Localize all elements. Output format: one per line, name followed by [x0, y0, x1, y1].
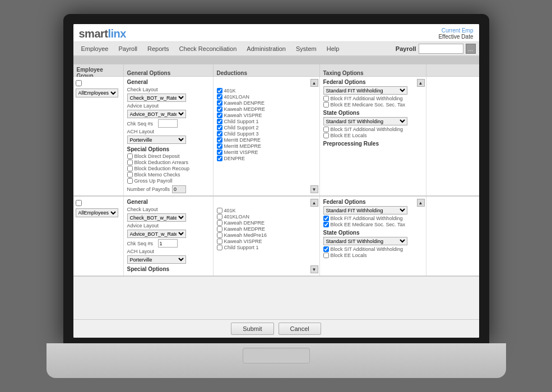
ach-layout-select-1[interactable]: Porterville [127, 136, 186, 144]
block-ee-medicare-cb-1[interactable] [323, 102, 329, 108]
num-payrolls-input-1[interactable] [172, 185, 186, 193]
ded-child-support-2-cb-1[interactable] [217, 125, 222, 130]
block-ee-locals-2: Block EE Locals [323, 253, 423, 258]
block-ee-locals-cb-2[interactable] [323, 253, 329, 258]
laptop-trackpad [243, 348, 310, 363]
ded-denpre-cb-1[interactable] [217, 156, 222, 161]
chk-seq-label-2: Chk Seq #s [127, 241, 158, 246]
scroll-area[interactable]: AllEmployees General Check Layout [73, 77, 479, 319]
ded-merritt-medpre-1: Merritt MEDPRE [217, 143, 316, 149]
block-ee-locals-1: Block EE Locals [323, 133, 423, 138]
ded-kaweah-medpre16-cb-2[interactable] [217, 232, 222, 238]
emp-group-checkbox-2[interactable] [76, 200, 82, 206]
ded-401k-label-2: 401K [224, 208, 236, 213]
federal-select-1[interactable]: Standard FIT Withholding [323, 86, 407, 95]
emp-group-select-2[interactable]: AllEmployees [76, 208, 118, 217]
ded-401kloan-label-1: 401KLOAN [224, 94, 250, 100]
app-header: smartlinx Current Emp Effective Date [73, 24, 479, 42]
ded-kaweah-medpre-cb-2[interactable] [217, 226, 222, 232]
ded-merritt-vispre-cb-1[interactable] [217, 150, 222, 155]
block-direct-deposit-cb-1[interactable] [127, 153, 133, 159]
screen-bezel: smartlinx Current Emp Effective Date Emp… [63, 14, 489, 344]
ded-merritt-denpre-cb-1[interactable] [217, 137, 222, 143]
gross-up-payroll-cb-1[interactable] [127, 178, 133, 184]
ded-kaweah-denpre-cb-2[interactable] [217, 220, 222, 226]
cancel-button[interactable]: Cancel [279, 323, 321, 335]
ded-kaweah-medpre-cb-1[interactable] [217, 106, 222, 112]
ded-child-support-3-1: Child Support 3 [217, 131, 316, 137]
chk-seq-label-1: Chk Seq #s [127, 121, 158, 127]
block-sit-additional-2: Block SIT Additional Withholding [323, 246, 423, 252]
ach-layout-select-2[interactable]: Porterville [127, 255, 186, 264]
block-ee-locals-cb-1[interactable] [323, 133, 329, 138]
nav-check-reconciliation[interactable]: Check Reconciliation [175, 43, 242, 54]
check-layout-select-1[interactable]: Check_BOT_w_Rate_Port [127, 94, 186, 102]
block-sit-additional-cb-2[interactable] [323, 246, 329, 252]
block-sit-additional-cb-1[interactable] [323, 127, 329, 132]
taxing-cell-1: ▲ Federal Options Standard FIT Withholdi… [320, 77, 426, 195]
ded-401kloan-cb-1[interactable] [217, 94, 222, 100]
block-deduction-recoup-cb-1[interactable] [127, 166, 133, 171]
ded-denpre-1: DENPRE [217, 156, 316, 161]
advice-layout-select-2[interactable]: Advice_BOT_w_Rate_Port [127, 230, 186, 238]
ded-401k-cb-1[interactable] [217, 88, 222, 94]
logo: smartlinx [79, 27, 126, 40]
submit-button[interactable]: Submit [231, 323, 273, 335]
check-layout-select-2[interactable]: Check_BOT_w_Rate_Port [127, 213, 186, 222]
chk-seq-input-2[interactable] [158, 239, 178, 248]
nav-payroll[interactable]: Payroll [114, 43, 142, 54]
deductions-scroll-up-1[interactable]: ▲ [310, 79, 318, 87]
logo-accent: linx [108, 27, 126, 40]
taxing-scroll-up-1[interactable]: ▲ [417, 79, 425, 87]
ded-child-support-1-cb-2[interactable] [217, 245, 222, 250]
block-fit-additional-label-2: Block FIT Additional Withholding [331, 216, 403, 221]
ded-kaweah-vispre-cb-2[interactable] [217, 239, 222, 244]
nav-reports[interactable]: Reports [143, 43, 174, 54]
emp-group-checkbox-1[interactable] [76, 80, 82, 86]
nav-system[interactable]: System [291, 43, 321, 54]
block-fit-additional-cb-1[interactable] [323, 96, 329, 101]
deductions-scroll-up-2[interactable]: ▲ [310, 199, 318, 207]
emp-group-select-1[interactable]: AllEmployees [76, 88, 118, 97]
block-ee-medicare-cb-2[interactable] [323, 222, 329, 227]
gross-up-payroll-1: Gross Up Payroll [127, 178, 210, 184]
nav-employee[interactable]: Employee [77, 43, 113, 54]
block-memo-checks-cb-1[interactable] [127, 172, 133, 178]
emp-group-cell-1: AllEmployees [73, 77, 124, 195]
ded-kaweah-denpre-cb-1[interactable] [217, 100, 222, 106]
general-cell-1: General Check Layout Check_BOT_w_Rate_Po… [124, 77, 214, 195]
block-deduction-arrears-label-1: Block Deduction Arrears [134, 160, 189, 165]
nav-administration[interactable]: Administration [242, 43, 290, 54]
payroll-search-button[interactable]: ... [466, 44, 476, 54]
ded-401k-label-1: 401K [224, 88, 236, 94]
chk-seq-input-1[interactable] [158, 119, 178, 128]
ded-child-support-3-label-1: Child Support 3 [224, 131, 259, 137]
current-emp-link[interactable]: Current Emp [442, 27, 474, 34]
ded-child-support-3-cb-1[interactable] [217, 131, 222, 137]
bottom-bar: Submit Cancel [73, 319, 479, 338]
state-select-1[interactable]: Standard SIT Withholding [323, 117, 407, 125]
ded-401kloan-cb-2[interactable] [217, 214, 222, 220]
block-sit-additional-label-1: Block SIT Additional Withholding [331, 127, 403, 132]
deductions-scroll-down-1[interactable]: ▼ [310, 185, 318, 193]
advice-layout-select-1[interactable]: Advice_BOT_w_Rate_Port [127, 110, 186, 118]
block-deduction-arrears-cb-1[interactable] [127, 160, 133, 165]
ded-401k-cb-2[interactable] [217, 208, 222, 213]
federal-select-2[interactable]: Standard FIT Withholding [323, 206, 407, 214]
ded-merritt-vispre-1: Merritt VISPRE [217, 150, 316, 155]
check-layout-label-2: Check Layout [127, 207, 158, 212]
nav-help[interactable]: Help [322, 43, 344, 54]
block-fit-additional-cb-2[interactable] [323, 216, 329, 221]
ded-child-support-1-cb-1[interactable] [217, 119, 222, 124]
state-select-2[interactable]: Standard SIT Withholding [323, 237, 407, 245]
ded-merritt-medpre-cb-1[interactable] [217, 143, 222, 149]
ach-layout-label-1: ACH Layout [127, 129, 158, 134]
deductions-scroll-down-2[interactable]: ▼ [310, 265, 318, 273]
ded-kaweah-vispre-cb-1[interactable] [217, 113, 222, 118]
chk-seq-row-2: Chk Seq #s [127, 239, 210, 248]
nav-payroll-label: Payroll [396, 45, 416, 52]
taxing-scroll-up-2[interactable]: ▲ [417, 199, 425, 207]
preprocessing-title-1: Preprocessing Rules [323, 141, 423, 147]
ded-kaweah-medpre-label-1: Kaweah MEDPRE [224, 106, 266, 112]
payroll-search-input[interactable] [419, 44, 463, 54]
